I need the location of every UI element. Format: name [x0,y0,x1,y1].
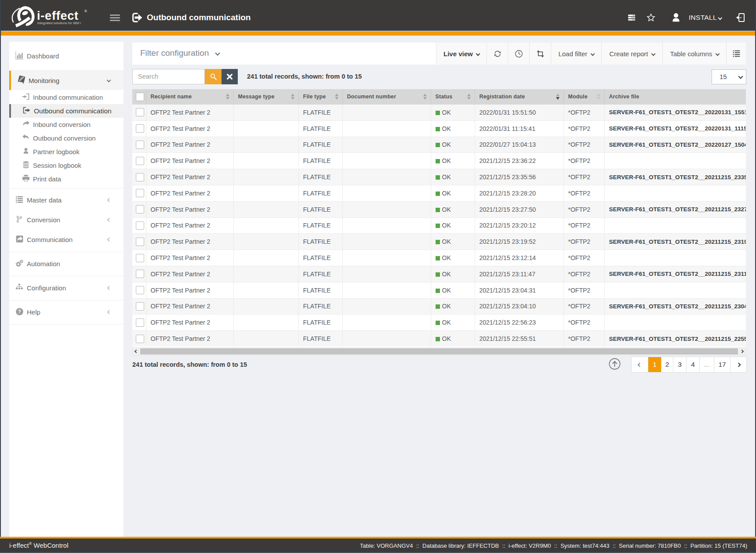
svg-text:®: ® [84,9,87,13]
svg-text:integrated solutions for IBM i: integrated solutions for IBM i [37,21,81,25]
svg-text:?: ? [18,308,21,314]
svg-text:i-effect: i-effect [37,9,79,22]
